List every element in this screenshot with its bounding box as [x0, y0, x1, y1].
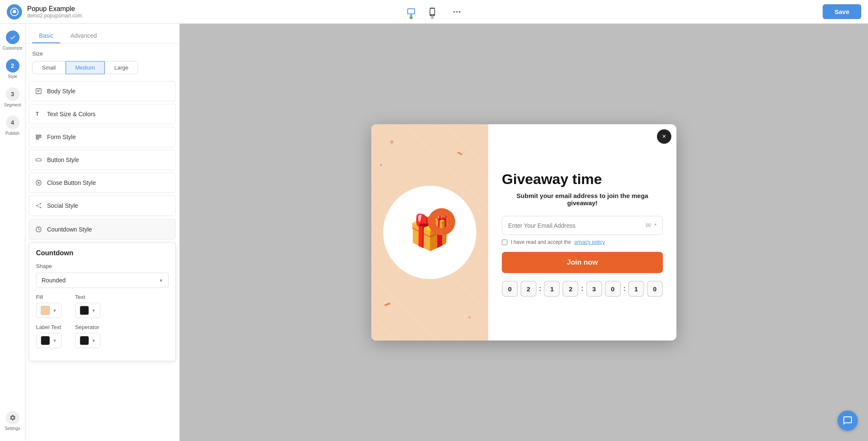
svg-point-19 — [40, 207, 41, 208]
more-options-button[interactable] — [450, 5, 464, 19]
shape-dropdown[interactable]: Rounded ▼ — [36, 273, 169, 288]
popup-card: ✦ ▬ ● ▬ ◆ ● 🎁 🎁 × — [371, 124, 676, 341]
text-chevron-icon: ▼ — [92, 308, 96, 313]
join-now-button[interactable]: Join now — [502, 252, 663, 273]
menu-item-close-button-style[interactable]: Close Button Style — [29, 173, 176, 193]
text-color-picker[interactable]: ▼ — [75, 303, 100, 318]
popup-left-section: ✦ ▬ ● ▬ ◆ ● 🎁 🎁 — [371, 124, 488, 341]
body-style-icon — [34, 87, 43, 95]
cd-sep2: : — [581, 285, 583, 293]
text-size-colors-icon: T — [34, 110, 43, 118]
sidebar-icons: Customize 2 Style 3 Segment 4 Publish Se… — [0, 24, 25, 441]
panel-tabs: Basic Advanced — [25, 24, 179, 44]
publish-step-num: 4 — [6, 116, 19, 129]
svg-rect-13 — [36, 159, 41, 161]
sidebar-label-segment: Segment — [4, 103, 21, 107]
cd-d2: 2 — [520, 281, 537, 297]
sidebar-item-publish[interactable]: 4 Publish — [2, 112, 24, 139]
tab-basic[interactable]: Basic — [32, 29, 60, 43]
menu-item-countdown-style[interactable]: Countdown Style — [29, 219, 176, 240]
privacy-checkbox[interactable] — [502, 240, 507, 245]
sidebar-item-style[interactable]: 2 Style — [2, 56, 24, 82]
cd-h1: 1 — [544, 281, 560, 297]
topbar-title: Popup Example demo2.popupsmart.com — [27, 5, 82, 19]
main-layout: Customize 2 Style 3 Segment 4 Publish Se… — [0, 24, 868, 441]
sidebar-label-style: Style — [8, 74, 17, 79]
close-button-style-icon — [34, 179, 43, 187]
cd-sep3: : — [623, 285, 626, 293]
svg-line-20 — [37, 204, 40, 205]
label-text-swatch — [41, 336, 50, 345]
sidebar-item-customize[interactable]: Customize — [2, 27, 24, 54]
save-button[interactable]: Save — [823, 4, 861, 19]
menu-item-text-label: Text Size & Colors — [47, 111, 170, 117]
email-input-row: ✉ * — [502, 216, 663, 235]
fill-label: Fill — [36, 294, 61, 300]
confetti-6: ● — [473, 141, 476, 145]
countdown-display: 0 2 : 1 2 : 3 0 : 1 0 — [502, 281, 663, 297]
menu-item-body-style[interactable]: Body Style — [29, 81, 176, 101]
social-style-icon — [34, 201, 43, 210]
countdown-expanded-panel: Countdown Shape Rounded ▼ Fill ▼ Text — [29, 242, 176, 361]
desktop-active-dot — [410, 16, 413, 19]
label-text-col: Label Text ▼ — [36, 324, 61, 348]
settings-icon — [6, 411, 19, 424]
text-color-col: Text ▼ — [75, 294, 100, 318]
fill-chevron-icon: ▼ — [53, 308, 57, 313]
menu-item-close-label: Close Button Style — [47, 179, 170, 186]
countdown-style-icon — [34, 225, 43, 234]
cd-d1: 0 — [502, 281, 518, 297]
label-text-label: Label Text — [36, 324, 61, 330]
fill-color-picker[interactable]: ▼ — [36, 303, 61, 318]
email-icon: ✉ — [645, 221, 651, 229]
menu-item-form-style[interactable]: Form Style — [29, 127, 176, 147]
popup-right-section: × Giveaway time Submit your email addres… — [488, 124, 676, 341]
mobile-dot — [431, 16, 434, 19]
sidebar-item-settings[interactable]: Settings — [2, 408, 24, 434]
size-label: Size — [32, 50, 172, 57]
sidebar-bottom: Settings — [2, 408, 24, 441]
size-small-button[interactable]: Small — [32, 61, 66, 74]
tab-advanced[interactable]: Advanced — [64, 29, 103, 43]
size-medium-button[interactable]: Medium — [66, 61, 105, 74]
menu-item-social-style[interactable]: Social Style — [29, 195, 176, 216]
svg-rect-11 — [36, 137, 41, 137]
separator-chevron-icon: ▼ — [92, 338, 96, 343]
svg-text:T: T — [36, 111, 39, 117]
cd-sep1: : — [539, 285, 541, 293]
cd-m2: 0 — [605, 281, 621, 297]
confetti-3: ● — [380, 162, 382, 167]
gift-badge: 🎁 — [428, 208, 455, 235]
svg-point-4 — [456, 11, 458, 13]
style-step-num: 2 — [6, 59, 19, 73]
popup-close-button[interactable]: × — [657, 129, 671, 144]
email-input[interactable] — [508, 222, 642, 229]
sidebar-label-publish: Publish — [6, 131, 19, 136]
chat-button[interactable] — [837, 410, 858, 431]
menu-item-form-label: Form Style — [47, 134, 170, 140]
size-large-button[interactable]: Large — [105, 61, 138, 74]
popup-heading: Giveaway time — [502, 171, 663, 187]
cd-h2: 2 — [562, 281, 579, 297]
checkbox-row: I have read and accept the privacy polic… — [502, 239, 663, 245]
separator-color-picker[interactable]: ▼ — [75, 333, 100, 348]
label-separator-color-row: Label Text ▼ Seperator ▼ — [36, 324, 169, 348]
menu-item-button-style[interactable]: Button Style — [29, 150, 176, 170]
fill-color-swatch — [41, 306, 50, 315]
customize-icon — [6, 31, 19, 44]
countdown-panel-title: Countdown — [36, 249, 169, 257]
menu-item-countdown-label: Countdown Style — [47, 226, 170, 233]
text-color-swatch — [80, 306, 89, 315]
app-logo — [7, 4, 22, 20]
shape-value: Rounded — [42, 277, 66, 284]
popup-subheading: Submit your email address to join the me… — [502, 192, 663, 207]
sidebar-item-segment[interactable]: 3 Segment — [2, 84, 24, 111]
privacy-link[interactable]: privacy policy — [574, 239, 605, 245]
label-text-color-picker[interactable]: ▼ — [36, 333, 61, 348]
menu-item-text-size-colors[interactable]: T Text Size & Colors — [29, 104, 176, 124]
topbar-center — [404, 5, 464, 19]
settings-panel: Basic Advanced Size Small Medium Large B… — [25, 24, 180, 441]
preview-area: ✦ ▬ ● ▬ ◆ ● 🎁 🎁 × — [180, 24, 868, 441]
topbar-title-main: Popup Example — [27, 5, 82, 13]
topbar-subtitle: demo2.popupsmart.com — [27, 13, 82, 19]
